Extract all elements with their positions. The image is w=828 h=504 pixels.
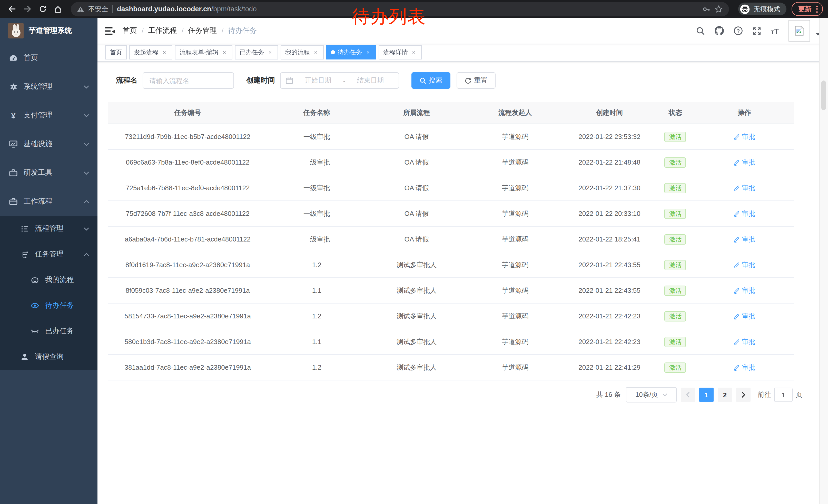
flow-tree-icon — [20, 250, 29, 259]
chevron-down-icon — [84, 113, 89, 117]
approve-link[interactable]: 审批 — [734, 312, 755, 321]
tab-process-detail[interactable]: 流程详情× — [379, 45, 422, 59]
sidebar: 芋道管理系统 首页 系统管理 ¥ 支付管理 — [0, 18, 97, 504]
cell-process: OA 请假 — [366, 175, 467, 201]
github-icon[interactable] — [715, 26, 724, 35]
approve-label: 审批 — [742, 158, 755, 167]
date-range-picker[interactable]: 开始日期 - 结束日期 — [280, 72, 399, 89]
cell-task-id: 725a1eb6-7b88-11ec-8ef0-acde48001122 — [108, 175, 268, 201]
breadcrumb-home[interactable]: 首页 — [123, 26, 137, 35]
tab-todo-tasks[interactable]: 待办任务× — [326, 45, 376, 59]
approve-label: 审批 — [742, 132, 755, 141]
monitor-icon — [9, 140, 17, 148]
approve-link[interactable]: 审批 — [734, 209, 755, 218]
sidebar-item-devtools[interactable]: 研发工具 — [0, 158, 97, 187]
cell-created: 2022-01-22 23:53:32 — [563, 124, 656, 149]
chevron-up-icon — [84, 200, 89, 203]
briefcase-icon — [9, 197, 17, 205]
breadcrumb-workflow[interactable]: 工作流程 — [148, 26, 177, 35]
close-icon[interactable]: × — [221, 49, 228, 56]
close-icon[interactable]: × — [365, 49, 371, 56]
back-icon[interactable] — [5, 2, 18, 16]
chevron-down-icon — [84, 142, 89, 146]
tab-start-process[interactable]: 发起流程× — [129, 45, 172, 59]
process-name-input[interactable] — [142, 72, 234, 89]
search-icon[interactable] — [696, 27, 705, 35]
approve-link[interactable]: 审批 — [734, 132, 755, 141]
face-icon — [31, 276, 39, 284]
calendar-icon — [286, 77, 293, 84]
page-size-select[interactable]: 10条/页 — [626, 387, 677, 403]
approve-link[interactable]: 审批 — [734, 363, 755, 372]
reload-icon[interactable] — [36, 2, 49, 16]
prev-page-button[interactable] — [681, 387, 695, 402]
sidebar-item-system[interactable]: 系统管理 — [0, 72, 97, 101]
page-1-button[interactable]: 1 — [699, 387, 714, 402]
approve-link[interactable]: 审批 — [734, 260, 755, 269]
sidebar-item-task-mgmt[interactable]: 任务管理 — [0, 241, 97, 267]
avatar[interactable] — [788, 20, 810, 42]
breadcrumb-separator: / — [222, 27, 224, 35]
workflow-submenu: 流程管理 任务管理 我的流程 — [0, 216, 97, 370]
breadcrumb-current: 待办任务 — [228, 26, 257, 35]
close-icon[interactable]: × — [313, 49, 319, 56]
close-icon[interactable]: × — [267, 49, 274, 56]
status-badge: 激活 — [665, 285, 686, 295]
task-table: 任务编号 任务名称 所属流程 流程发起人 创建时间 状态 操作 73211d9d… — [108, 102, 794, 380]
approve-label: 审批 — [742, 183, 755, 192]
tab-done-tasks[interactable]: 已办任务× — [235, 45, 278, 59]
help-icon[interactable]: ? — [734, 26, 743, 35]
approve-link[interactable]: 审批 — [734, 183, 755, 192]
table-row: 580e1b3d-7ac8-11ec-a9e2-a2380e71991a 1.1… — [108, 329, 794, 355]
cell-created: 2022-01-21 22:43:55 — [563, 278, 656, 303]
cell-process: OA 请假 — [366, 226, 467, 252]
sidebar-item-label: 任务管理 — [35, 250, 84, 259]
font-size-icon[interactable]: TT — [771, 27, 779, 35]
cell-process: OA 请假 — [366, 201, 467, 226]
sidebar-item-my-process[interactable]: 我的流程 — [0, 267, 97, 293]
search-button[interactable]: 搜索 — [411, 72, 450, 89]
cell-task-id: 75d72608-7b7f-11ec-a3c8-acde48001122 — [108, 201, 268, 226]
approve-label: 审批 — [742, 260, 755, 269]
dashboard-icon — [9, 54, 17, 62]
home-icon[interactable] — [51, 2, 65, 16]
bookmark-star-icon[interactable] — [715, 5, 723, 13]
sidebar-item-label: 流程管理 — [35, 224, 84, 233]
update-menu-button[interactable]: 更新 — [792, 2, 823, 16]
breadcrumb-task-mgmt[interactable]: 任务管理 — [188, 26, 217, 35]
approve-link[interactable]: 审批 — [734, 235, 755, 244]
logo-row[interactable]: 芋道管理系统 — [0, 18, 97, 44]
sidebar-item-leave-query[interactable]: 请假查询 — [0, 344, 97, 370]
sidebar-item-done-tasks[interactable]: 已办任务 — [0, 318, 97, 344]
tab-home[interactable]: 首页 — [105, 45, 127, 59]
sidebar-item-infra[interactable]: 基础设施 — [0, 130, 97, 158]
goto-page-input[interactable] — [774, 387, 793, 402]
sidebar-item-payment[interactable]: ¥ 支付管理 — [0, 101, 97, 130]
window-scrollbar[interactable] — [819, 18, 828, 504]
forward-icon[interactable] — [20, 2, 34, 16]
sidebar-item-todo-tasks[interactable]: 待办任务 — [0, 293, 97, 318]
password-key-icon[interactable] — [702, 5, 710, 13]
approve-link[interactable]: 审批 — [734, 158, 755, 167]
page-2-button[interactable]: 2 — [718, 387, 732, 402]
tab-my-process[interactable]: 我的流程× — [281, 45, 324, 59]
table-row: 75d72608-7b7f-11ec-a3c8-acde48001122 一级审… — [108, 201, 794, 226]
sidebar-item-process-mgmt[interactable]: 流程管理 — [0, 216, 97, 241]
close-icon[interactable]: × — [161, 49, 168, 56]
sidebar-item-label: 已办任务 — [45, 327, 91, 336]
approve-label: 审批 — [742, 337, 755, 346]
sidebar-fold-icon[interactable] — [105, 27, 115, 35]
sidebar-item-home[interactable]: 首页 — [0, 44, 97, 72]
tab-form-edit[interactable]: 流程表单-编辑× — [175, 45, 233, 59]
approve-link[interactable]: 审批 — [734, 337, 755, 346]
scrollbar-thumb[interactable] — [821, 81, 826, 110]
next-page-button[interactable] — [736, 387, 750, 402]
security-label[interactable]: 不安全 — [88, 4, 108, 13]
sidebar-item-workflow[interactable]: 工作流程 — [0, 187, 97, 216]
kebab-menu-icon[interactable] — [816, 5, 818, 12]
reset-button[interactable]: 重置 — [457, 72, 496, 89]
fullscreen-icon[interactable] — [753, 27, 761, 35]
close-icon[interactable]: × — [410, 49, 417, 56]
approve-link[interactable]: 审批 — [734, 286, 755, 295]
cell-task-name: 1.2 — [268, 355, 366, 380]
